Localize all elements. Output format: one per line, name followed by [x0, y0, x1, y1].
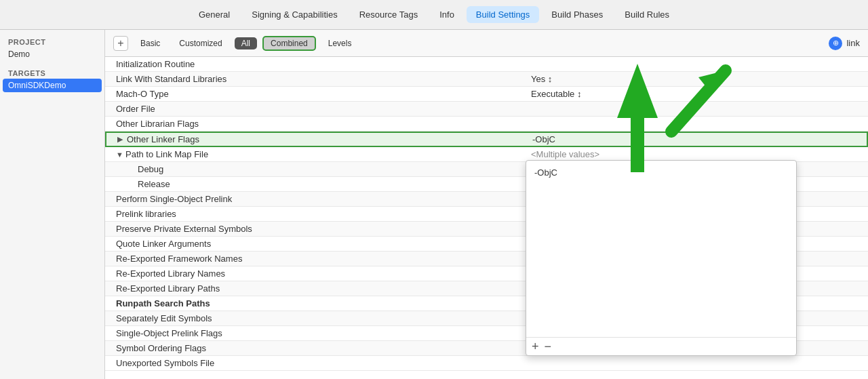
table-area[interactable]: Initialization RoutineLink With Standard… [105, 57, 868, 379]
row-label: Other Linker Flags [127, 134, 199, 144]
row-label: Perform Single-Object Prelink [116, 194, 232, 204]
row-name-cell: Perform Single-Object Prelink [105, 193, 526, 205]
filter-levels[interactable]: Levels [321, 37, 359, 49]
filter-combined[interactable]: Combined [262, 36, 316, 51]
table-row[interactable]: Unexported Symbols File [105, 356, 868, 371]
search-area: ⊕ link [829, 37, 860, 50]
row-name-cell: Other Librarian Flags [105, 117, 526, 130]
row-label: Order File [116, 104, 155, 114]
tab-bar: General Signing & Capabilities Resource … [0, 0, 868, 30]
row-name-cell: Debug [105, 163, 526, 176]
dropdown-add-button[interactable]: + [532, 340, 539, 353]
tab-resource-tags[interactable]: Resource Tags [350, 6, 427, 23]
table-row[interactable]: Initialization Routine [105, 57, 868, 72]
dropdown-remove-button[interactable]: − [545, 340, 552, 353]
dropdown-content: -ObjC [526, 161, 796, 337]
table-row[interactable]: ▶ Other Linker Flags-ObjC [105, 132, 868, 147]
filter-basic[interactable]: Basic [134, 37, 167, 49]
row-value-cell [526, 123, 868, 125]
row-name-cell: Symbol Ordering Flags [105, 342, 526, 355]
row-name-cell: Runpath Search Paths [105, 297, 526, 310]
filter-customized[interactable]: Customized [172, 37, 229, 49]
row-label: Single-Object Prelink Flags [116, 328, 222, 338]
sidebar: PROJECT Demo TARGETS OmniSDKDemo [0, 30, 105, 379]
dropdown-footer: + − [526, 337, 796, 355]
sidebar-item-target[interactable]: OmniSDKDemo [3, 79, 102, 92]
row-name-cell: ▼ Path to Link Map File [105, 148, 526, 161]
row-value-cell: <Multiple values> [526, 148, 868, 161]
add-filter-button[interactable]: + [113, 36, 128, 51]
row-value-cell: -ObjC [527, 133, 867, 146]
tab-general[interactable]: General [189, 6, 239, 23]
row-name-cell: ▶ Other Linker Flags [106, 133, 527, 146]
row-label: Release [138, 179, 170, 189]
row-label: Quote Linker Arguments [116, 239, 211, 249]
filter-all[interactable]: All [235, 37, 257, 49]
row-name-cell: Link With Standard Libraries [105, 73, 526, 85]
row-name-cell: Prelink libraries [105, 207, 526, 220]
filter-bar: + Basic Customized All Combined Levels ⊕… [105, 30, 868, 57]
row-name-cell: Re-Exported Library Names [105, 267, 526, 280]
table-row[interactable]: Other Librarian Flags [105, 117, 868, 132]
row-label: Prelink libraries [116, 209, 176, 219]
row-label: Re-Exported Library Names [116, 268, 225, 279]
row-label: Symbol Ordering Flags [116, 343, 206, 353]
row-name-cell: Mach-O Type [105, 87, 526, 100]
row-name-cell: Preserve Private External Symbols [105, 222, 526, 235]
table-row[interactable]: Link With Standard LibrariesYes ↕ [105, 72, 868, 87]
sidebar-targets-header: TARGETS [0, 66, 104, 79]
row-name-cell: Release [105, 178, 526, 191]
row-label: Debug [138, 164, 163, 174]
row-name-cell: Quote Linker Arguments [105, 237, 526, 250]
row-value-cell [526, 362, 868, 365]
row-label: Initialization Routine [116, 59, 195, 69]
tab-signing[interactable]: Signing & Capabilities [242, 6, 347, 23]
sidebar-project-header: PROJECT [0, 35, 104, 47]
row-label: Separately Edit Symbols [116, 313, 212, 323]
row-name-cell: Single-Object Prelink Flags [105, 327, 526, 340]
row-name-cell: Unexported Symbols File [105, 357, 526, 370]
row-label: Unexported Symbols File [116, 358, 214, 368]
content-area: + Basic Customized All Combined Levels ⊕… [105, 30, 868, 379]
table-row[interactable]: Order File [105, 102, 868, 117]
row-label: Re-Exported Library Paths [116, 283, 220, 294]
row-name-cell: Re-Exported Library Paths [105, 282, 526, 295]
dropdown-value: -ObjC [532, 166, 791, 179]
row-name-cell: Separately Edit Symbols [105, 312, 526, 325]
search-icon: ⊕ [829, 37, 842, 50]
table-row[interactable]: Mach-O TypeExecutable ↕ [105, 87, 868, 102]
tab-build-phases[interactable]: Build Phases [542, 6, 612, 23]
tab-build-rules[interactable]: Build Rules [615, 6, 679, 23]
row-label: Mach-O Type [116, 89, 169, 99]
row-label: Preserve Private External Symbols [116, 224, 252, 234]
row-name-cell: Initialization Routine [105, 58, 526, 71]
row-label: Other Librarian Flags [116, 119, 199, 129]
disclosure-arrow: ▼ [116, 151, 125, 159]
tab-build-settings[interactable]: Build Settings [467, 6, 540, 23]
row-value-cell: Yes ↕ [526, 73, 868, 85]
sidebar-item-project[interactable]: Demo [0, 47, 104, 61]
row-name-cell: Re-Exported Framework Names [105, 252, 526, 265]
row-value-cell [526, 63, 868, 66]
main-layout: PROJECT Demo TARGETS OmniSDKDemo + Basic… [0, 30, 868, 379]
search-label: link [846, 38, 860, 48]
dropdown-popup: -ObjC + − [526, 160, 797, 356]
row-value-cell: Executable ↕ [526, 87, 868, 100]
row-label: Path to Link Map File [125, 149, 208, 159]
tab-info[interactable]: Info [430, 6, 464, 23]
row-label: Link With Standard Libraries [116, 74, 226, 84]
row-name-cell: Order File [105, 102, 526, 115]
disclosure-arrow: ▶ [117, 135, 127, 144]
row-label: Runpath Search Paths [116, 298, 210, 308]
row-value-cell [526, 108, 868, 111]
row-label: Re-Exported Framework Names [116, 254, 242, 264]
